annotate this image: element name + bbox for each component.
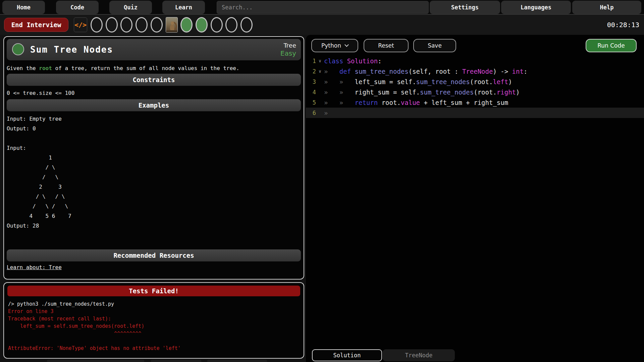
code-token: def <box>339 68 351 75</box>
code-token: » <box>339 88 343 96</box>
code-token: left_sum = self. <box>355 78 416 85</box>
code-editor[interactable]: 1∨class Solution:2∨» def sum_tree_nodes(… <box>306 56 644 118</box>
progress-circle-10-empty[interactable] <box>225 17 237 33</box>
example-line: / \ / \ <box>7 201 71 211</box>
code-token: return <box>355 99 378 106</box>
code-line-6[interactable]: 6» <box>306 108 644 118</box>
example-line: 2 3 <box>7 182 71 192</box>
code-token: right_sum = self. <box>355 88 420 96</box>
code-line-4[interactable]: 4» » right_sum = self.sum_tree_nodes(roo… <box>306 87 644 97</box>
progress-circle-9-empty[interactable] <box>211 17 223 33</box>
end-interview-button[interactable]: End Interview <box>4 18 68 32</box>
code-token: class <box>324 57 343 65</box>
nav-tab-learn[interactable]: Learn <box>162 1 205 14</box>
nav-tab-code[interactable]: Code <box>56 1 99 14</box>
squirrel-photo[interactable] <box>166 17 178 33</box>
resources-header: Recommended Resources <box>7 249 301 261</box>
progress-circle-8-complete[interactable] <box>196 17 208 33</box>
example-line: / \ <box>7 163 71 172</box>
line-number: 6 <box>306 110 316 116</box>
nav-tab-home[interactable]: Home <box>2 1 45 14</box>
progress-circle-11-empty[interactable] <box>240 17 253 33</box>
description-suffix: of a tree, return the sum of all node va… <box>52 65 239 71</box>
code-line-5[interactable]: 5» » return root.value + left_sum + righ… <box>306 97 644 108</box>
code-token: int <box>512 68 524 75</box>
code-line-1[interactable]: 1∨class Solution: <box>306 56 644 66</box>
tab-treenode[interactable]: TreeNode <box>383 349 455 361</box>
progress-circle-3-empty[interactable] <box>120 17 132 33</box>
line-number: 5 <box>306 99 316 106</box>
category-tag: Tree <box>283 42 296 49</box>
code-token <box>328 78 339 85</box>
progress-circle-2-empty[interactable] <box>106 17 118 33</box>
code-token: » <box>324 99 328 106</box>
code-token: ) -> <box>493 68 512 75</box>
fold-toggle-icon[interactable]: ∨ <box>316 58 324 63</box>
test-output-line: AttributeError: 'NoneType' object has no… <box>8 345 181 352</box>
examples-block: Input: Empty treeOutput: 0 Input: 1 / \ … <box>7 114 71 231</box>
progress-circle-1-empty[interactable] <box>91 17 103 33</box>
save-button[interactable]: Save <box>413 39 456 52</box>
code-token <box>328 68 339 75</box>
chevron-down-icon <box>344 43 349 47</box>
progress-circle-4-empty[interactable] <box>136 17 148 33</box>
code-token: ) <box>508 78 512 85</box>
difficulty-badge: Easy <box>280 49 296 57</box>
nav-tab-quiz[interactable]: Quiz <box>109 1 152 14</box>
code-line-2[interactable]: 2∨» def sum_tree_nodes(self, root : Tree… <box>306 66 644 76</box>
code-token: TreeNode <box>462 68 493 75</box>
run-code-button[interactable]: Run Code <box>586 39 637 52</box>
constraints-header: Constraints <box>7 74 301 86</box>
code-token <box>328 88 339 96</box>
learn-about-tree-link[interactable]: Learn about: Tree <box>7 264 62 270</box>
problem-header: Sum Tree Nodes Tree Easy <box>7 39 301 60</box>
code-text: » » return root.value + left_sum + right… <box>324 99 508 106</box>
test-output-line: ^^^^^^^^^ <box>8 330 181 337</box>
code-token: ) <box>516 88 520 96</box>
code-token: (root. <box>470 78 493 85</box>
description-code: root <box>39 65 52 71</box>
reset-button[interactable]: Reset <box>364 39 409 52</box>
code-token: left <box>493 78 508 85</box>
code-token: sum_tree_nodes <box>420 88 474 96</box>
code-token <box>343 57 347 65</box>
constraint-text: 0 <= tree.size <= 100 <box>7 90 74 96</box>
example-line: Output: 0 <box>7 124 71 133</box>
tab-solution[interactable]: Solution <box>312 349 382 361</box>
test-output-line: /> python3 ./sum_tree_nodes/test.py <box>8 300 181 308</box>
code-token: sum_tree_nodes <box>416 78 470 85</box>
code-token <box>328 99 339 106</box>
code-brackets-icon[interactable]: </> <box>74 17 87 32</box>
search-box[interactable] <box>217 1 429 14</box>
code-token: + left_sum + right_sum <box>420 99 508 106</box>
example-line: Output: 28 <box>7 221 71 231</box>
nav-tab-languages[interactable]: Languages <box>501 1 571 14</box>
progress-circle-5-empty[interactable] <box>151 17 163 33</box>
status-dot-icon <box>12 43 24 55</box>
test-output-line: left_sum = self.sum_tree_nodes(root.left… <box>8 322 181 330</box>
code-text: » def sum_tree_nodes(self, root : TreeNo… <box>324 68 527 75</box>
test-output-line: Traceback (most recent call last): <box>8 315 181 322</box>
language-select-value: Python <box>321 42 341 49</box>
example-line: 1 <box>7 153 71 163</box>
problem-title: Sum Tree Nodes <box>30 39 113 60</box>
nav-tab-settings[interactable]: Settings <box>430 1 500 14</box>
test-output-line: Error on line 3 <box>8 308 181 315</box>
code-line-3[interactable]: 3» » left_sum = self.sum_tree_nodes(root… <box>306 76 644 87</box>
code-token: » <box>324 78 328 85</box>
fold-toggle-icon[interactable]: ∨ <box>316 69 324 74</box>
example-line: Input: Empty tree <box>7 114 71 124</box>
language-select[interactable]: Python <box>311 39 358 52</box>
code-token: » <box>324 88 328 96</box>
code-token <box>351 68 355 75</box>
nav-tab-help[interactable]: Help <box>572 1 641 14</box>
session-timer: 00:28:13 <box>607 15 639 35</box>
interview-toolbar: End Interview </> 00:28:13 <box>0 15 644 35</box>
code-token: (self, root : <box>409 68 462 75</box>
tests-panel: Tests Failed! /> python3 ./sum_tree_node… <box>3 282 304 359</box>
search-input[interactable] <box>217 1 428 13</box>
problem-tags: Tree Easy <box>280 39 296 60</box>
progress-circle-7-complete[interactable] <box>180 17 193 33</box>
tests-status-banner: Tests Failed! <box>7 286 300 296</box>
description-prefix: Given the <box>7 65 39 71</box>
